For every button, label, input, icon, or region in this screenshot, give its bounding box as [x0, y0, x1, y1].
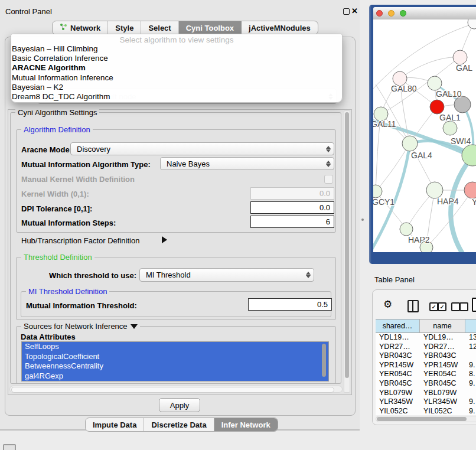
table-row[interactable]: YER054CYER054C8. — [376, 370, 476, 379]
attributes-list-scrollbar-thumb[interactable] — [322, 344, 326, 377]
mi-type-label: Mutual Information Algorithm Type: — [21, 160, 151, 169]
mi-threshold-label: Mutual Information Threshold: — [26, 301, 137, 310]
mi-threshold-field[interactable]: 0.5 — [248, 298, 332, 311]
network-edge[interactable] — [400, 57, 459, 79]
settings-vertical-scrollbar-thumb[interactable] — [345, 112, 349, 378]
manual-kernel-checkbox[interactable] — [324, 175, 333, 184]
table-row[interactable]: YPR145WYPR145W9. — [376, 361, 476, 370]
column-header-shared[interactable]: shared… — [376, 319, 420, 333]
node-label-gal1: GAL1 — [439, 113, 461, 122]
node-label-gcy1: GCY1 — [373, 197, 395, 207]
network-icon — [60, 23, 67, 32]
collapse-down-icon[interactable] — [131, 324, 138, 329]
zoom-traffic-light[interactable] — [400, 10, 406, 17]
table-row[interactable]: YBR045CYBR045C9. — [376, 379, 476, 389]
column-header-name[interactable]: name — [420, 319, 465, 333]
table-cell: 13 — [465, 333, 476, 343]
table-cell: YLR345W — [420, 397, 465, 407]
network-node[interactable] — [454, 96, 471, 113]
table-row[interactable]: YBR043CYBR043C — [376, 351, 476, 361]
network-canvas[interactable]: GALGAL80GAL10GAL1GAL11SWI4GAL4GCY1HAP4YH… — [373, 19, 476, 252]
settings-horizontal-scrollbar-thumb[interactable] — [11, 387, 334, 393]
attribute-item-topologicalcoefficient[interactable]: TopologicalCoefficient — [22, 352, 328, 362]
attribute-item-betweennesscentrality[interactable]: BetweennessCentrality — [22, 361, 328, 371]
table-cell: YER054C — [376, 370, 420, 379]
mi-steps-field[interactable]: 6 — [250, 216, 334, 228]
tab-infer-network[interactable]: Infer Network — [214, 418, 278, 431]
select-all-checkbox-icon2[interactable]: ✓ — [438, 302, 446, 311]
table-row[interactable]: YBL079WYBL079W — [376, 389, 476, 398]
table-horizontal-scrollbar-thumb[interactable] — [377, 417, 467, 421]
divider-handle-icon[interactable] — [361, 219, 364, 221]
network-node-hap4[interactable] — [426, 182, 443, 198]
dpi-tolerance-field[interactable]: 0.0 — [250, 201, 334, 214]
aracne-mode-combo[interactable]: Discovery — [70, 142, 334, 155]
table-cell: YIL052C — [420, 407, 465, 415]
node-label-hap2: HAP2 — [408, 235, 430, 244]
network-node-y[interactable] — [464, 182, 476, 198]
table-row[interactable]: YDR27…YDR27…12 — [376, 343, 476, 352]
tab-impute-data[interactable]: Impute Data — [86, 418, 144, 431]
document-icon[interactable] — [472, 298, 476, 312]
tab-label: Impute Data — [93, 420, 136, 429]
control-panel-tabbar: NetworkStyleSelectCyni ToolboxjActiveMNo… — [52, 21, 318, 35]
close-icon[interactable]: ✕ — [351, 6, 358, 15]
gear-icon[interactable]: ⚙ — [383, 298, 392, 311]
sources-group-title-wrap: Sources for Network Inference — [21, 322, 140, 331]
table-row[interactable]: YDL19…YDL19…13 — [376, 333, 476, 343]
tab-select[interactable]: Select — [141, 21, 178, 34]
table-cell: YDL19… — [376, 333, 420, 343]
tab-discretize-data[interactable]: Discretize Data — [144, 418, 214, 431]
float-window-icon[interactable] — [343, 8, 350, 15]
kernel-width-field[interactable]: 0.0 — [250, 187, 334, 200]
expand-right-icon[interactable] — [162, 236, 167, 243]
table-cell: YIL052C — [376, 407, 420, 415]
collapsed-panel-icon[interactable] — [3, 444, 16, 450]
which-threshold-combo[interactable]: MI Threshold — [139, 268, 314, 282]
attribute-item-gal4rgexp[interactable]: gal4RGexp — [22, 371, 328, 381]
tab-cyni-toolbox[interactable]: Cyni Toolbox — [179, 21, 242, 34]
deselect-all-checkbox-icon2[interactable] — [459, 302, 468, 311]
tab-style[interactable]: Style — [108, 21, 141, 34]
algorithm-option-bayesian-k2[interactable]: Bayesian – K2 — [11, 83, 342, 92]
cyni-algorithm-settings-title: Cyni Algorithm Settings — [15, 108, 99, 117]
table-row[interactable]: YLR345WYLR345W9. — [376, 397, 476, 407]
split-columns-icon[interactable] — [407, 300, 419, 312]
mi-threshold-group-title: MI Threshold Definition — [26, 287, 109, 296]
table-cell: YLR345W — [376, 397, 420, 407]
algorithm-option-bayesian-hill-climbing[interactable]: Bayesian – Hill Climbing — [11, 44, 342, 54]
tab-label: Discretize Data — [151, 420, 206, 429]
attribute-item-selfloops[interactable]: SelfLoops — [22, 342, 328, 352]
network-node-hap2[interactable] — [400, 223, 413, 236]
network-node-gal10[interactable] — [428, 76, 442, 90]
sources-group-title[interactable]: Sources for Network Inference — [24, 322, 128, 331]
algorithm-option-basic-correlation-inference[interactable]: Basic Correlation Inference — [11, 54, 342, 63]
network-node-gcy1[interactable] — [373, 185, 382, 198]
column-header-col2[interactable] — [465, 319, 476, 333]
network-node-gal4[interactable] — [402, 136, 418, 151]
table-cell: YBL079W — [420, 389, 465, 398]
select-all-checkbox-icon[interactable]: ✓ — [429, 302, 438, 311]
close-traffic-light[interactable] — [376, 10, 383, 17]
tab-network[interactable]: Network — [53, 21, 108, 34]
network-node-gal1[interactable] — [430, 100, 444, 114]
network-node[interactable] — [443, 121, 457, 135]
minimize-traffic-light[interactable] — [388, 10, 395, 17]
tab-jactivemnodules[interactable]: jActiveMNodules — [242, 21, 318, 34]
hub-section-label[interactable]: Hub/Transcription Factor Definition — [21, 236, 139, 245]
algorithm-dropdown: Select algorithm to view settings Bayesi… — [11, 34, 343, 103]
mi-type-combo[interactable]: Naive Bayes — [160, 157, 334, 170]
algorithm-option-dream8-dc-tdc-algorithm[interactable]: Dream8 DC_TDC Algorithm — [11, 92, 342, 102]
deselect-all-checkbox-icon[interactable] — [451, 302, 460, 311]
table-row[interactable]: YIL052CYIL052C9. — [376, 407, 476, 415]
apply-button[interactable]: Apply — [159, 398, 200, 412]
network-node-swi4[interactable] — [462, 145, 476, 166]
table-cell: YPR145W — [376, 361, 420, 370]
network-node[interactable] — [468, 19, 476, 29]
table-cell: 9. — [465, 407, 476, 415]
application-window: Control Panel ✕ NetworkStyleSelectCyni T… — [0, 0, 476, 450]
network-node-gal[interactable] — [453, 50, 467, 64]
algorithm-option-aracne-algorithm[interactable]: ARACNE Algorithm — [11, 63, 342, 73]
node-label-gal: GAL — [456, 63, 472, 73]
algorithm-option-mutual-information-inference[interactable]: Mutual Information Inference — [11, 73, 342, 83]
